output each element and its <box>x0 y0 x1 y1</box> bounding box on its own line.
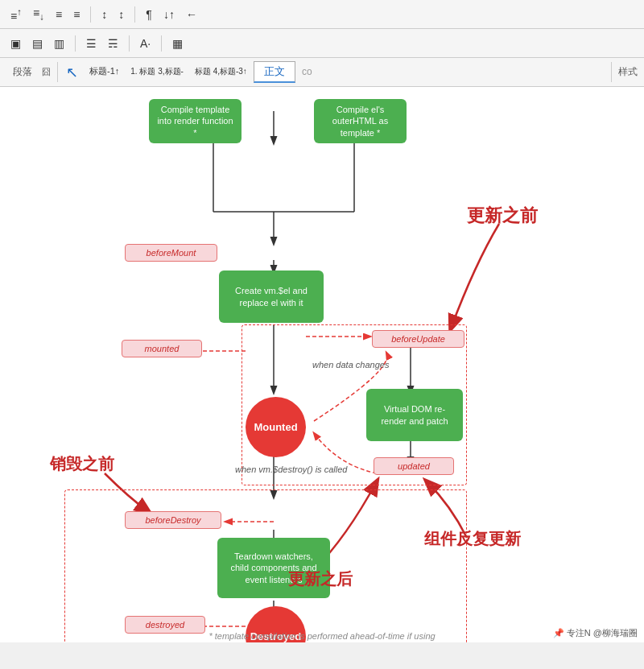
virtual-dom-node: Virtual DOM re-render and patch <box>366 389 463 441</box>
toolbar-btn-6[interactable]: ↕ <box>114 6 128 23</box>
brand-icon: 📌 <box>553 628 564 638</box>
toolbar-btn-2[interactable]: ≡↓ <box>29 4 48 24</box>
when-data-label: when data changes <box>312 359 389 370</box>
toolbar-row2: ▣ ▤ ▥ ☰ ☴ A· ▦ <box>0 29 644 58</box>
toolbar-btn-7[interactable]: ¶ <box>142 6 156 23</box>
toolbar-btn-9[interactable]: ← <box>182 6 201 23</box>
style-arrow-left[interactable]: ↖ <box>61 64 83 81</box>
style-tab-heading1[interactable]: 标题-1↑ <box>85 64 124 81</box>
toolbar-btn-13[interactable]: ☰ <box>82 35 101 52</box>
compile-els-node: Compile el's outerHTML as template * <box>314 99 407 143</box>
sep1 <box>90 6 91 23</box>
toolbar-btn-10[interactable]: ▣ <box>6 35 25 52</box>
toolbar-btn-12[interactable]: ▥ <box>50 35 68 52</box>
before-mount-node: beforeMount <box>125 244 217 262</box>
compile-template-node: Compile template into render function * <box>149 99 242 143</box>
before-destroy-node: beforeDestroy <box>125 511 221 529</box>
mounted-circle: Mounted <box>246 397 306 457</box>
toolbar-btn-11[interactable]: ▤ <box>28 35 47 52</box>
sep4 <box>129 35 130 52</box>
style-tab-body[interactable]: 正文 <box>254 61 295 83</box>
stylebar-left: 段落 囧 <box>0 62 58 82</box>
destroy-before-annotation: 销毁之前 <box>50 453 114 475</box>
before-update-annotation: 更新之前 <box>467 204 538 228</box>
diagram-content: Compile template into render function * … <box>0 87 644 642</box>
updated-node: updated <box>374 457 454 475</box>
format-label: 囧 <box>42 66 51 78</box>
sep5 <box>161 35 162 52</box>
footer-brand: 📌 专注N @柳海瑞圈 <box>553 627 638 639</box>
stylebar-right: 样式 <box>611 62 644 82</box>
toolbar-row1: ≡↑ ≡↓ ≡ ≡ ↕ ↕ ¶ ↓↑ ← <box>0 0 644 29</box>
create-vm-node: Create vm.$el and replace el with it <box>219 270 324 323</box>
style-tab-co[interactable]: co <box>297 64 317 81</box>
update-after-annotation: 更新之后 <box>288 568 353 590</box>
toolbar-btn-8[interactable]: ↓↑ <box>159 6 179 23</box>
toolbar-btn-3[interactable]: ≡ <box>52 6 66 23</box>
sep3 <box>75 35 76 52</box>
toolbar-btn-4[interactable]: ≡ <box>69 6 84 23</box>
style-tabs: ↖ 标题-1↑ 1. 标题 3,标题- 标题 4,标题-3↑ 正文 co <box>58 58 611 86</box>
stylebar: 段落 囧 ↖ 标题-1↑ 1. 标题 3,标题- 标题 4,标题-3↑ 正文 c… <box>0 58 644 87</box>
before-update-node: beforeUpdate <box>372 330 464 348</box>
footer-note: * template compilation is performed ahea… <box>0 631 644 641</box>
paragraph-label: 段落 <box>6 65 39 79</box>
toolbar-btn-5[interactable]: ↕ <box>97 6 111 23</box>
toolbar-btn-14[interactable]: ☴ <box>104 35 122 52</box>
mounted-node: mounted <box>122 340 202 357</box>
toolbar-btn-16[interactable]: ▦ <box>168 35 187 52</box>
component-update-annotation: 组件反复更新 <box>424 528 521 550</box>
sep2 <box>134 6 135 23</box>
toolbar-btn-15[interactable]: A· <box>136 35 155 52</box>
when-destroy-label: when vm.$destroy() is called <box>235 464 347 475</box>
style-tab-heading3[interactable]: 1. 标题 3,标题- <box>126 64 188 81</box>
toolbar-btn-1[interactable]: ≡↑ <box>6 4 26 25</box>
style-right-label: 样式 <box>618 66 638 77</box>
style-tab-heading4[interactable]: 标题 4,标题-3↑ <box>190 64 252 81</box>
